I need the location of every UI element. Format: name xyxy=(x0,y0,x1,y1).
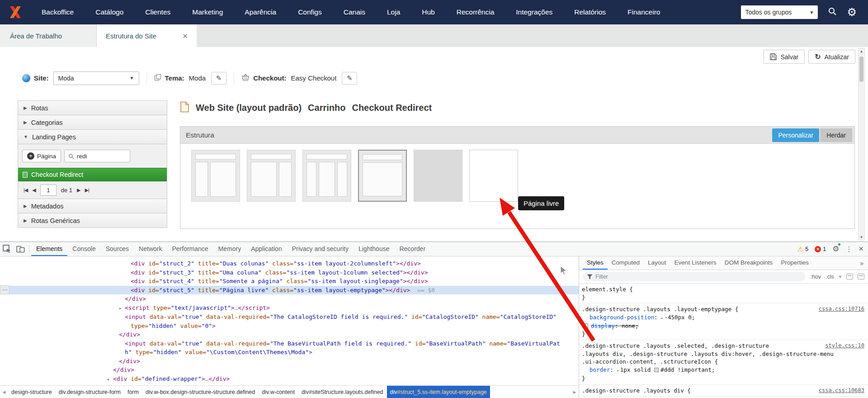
sidebar-section-metadados[interactable]: ▶Metadados xyxy=(18,199,167,213)
layout-thumbnail-somente-a-pagina[interactable] xyxy=(414,150,462,202)
list-item-checkout-redirect[interactable]: Checkout Redirect xyxy=(18,168,167,181)
layout-thumbnail-pagina-livre[interactable] xyxy=(469,150,518,202)
devtools-close-icon[interactable]: × xyxy=(859,244,863,254)
sidebar-section-categorias[interactable]: ▶Categorias xyxy=(18,115,167,130)
dom-tree-node[interactable]: type="hidden" value="0"> xyxy=(0,322,579,331)
stylesheet-link[interactable]: cssa.css:10683 xyxy=(819,387,864,395)
expand-arrow-icon[interactable]: ▸ xyxy=(661,316,663,320)
dom-tree-node[interactable]: <div id="struct_2" title="Duas colunas" … xyxy=(0,259,579,268)
add-page-button[interactable]: + Página xyxy=(22,150,61,162)
node-menu-icon[interactable]: ⋯ xyxy=(0,285,9,294)
search-icon[interactable] xyxy=(828,7,837,18)
edit-theme-button[interactable]: ✎ xyxy=(211,72,226,85)
nav-item-aparencia[interactable]: Aparência xyxy=(245,8,276,16)
stylesheet-link[interactable]: style.css:10 xyxy=(825,342,864,350)
first-page-button[interactable]: |◀ xyxy=(24,187,28,193)
layout-thumbnail-tres-colunas[interactable] xyxy=(302,150,351,202)
gear-icon[interactable]: ⚙ xyxy=(847,7,857,18)
devtools-tab-sources[interactable]: Sources xyxy=(101,242,134,256)
last-page-button[interactable]: ▶| xyxy=(85,187,89,193)
styles-tab-dom-breakpoints[interactable]: DOM Breakpoints xyxy=(721,256,777,270)
group-select[interactable]: Todos os grupos ▼ xyxy=(741,5,818,19)
stylesheet-link[interactable]: cssa.css:10716 xyxy=(819,305,864,313)
edit-checkout-button[interactable]: ✎ xyxy=(342,72,357,85)
property-checkbox[interactable] xyxy=(583,323,588,328)
device-toolbar-icon[interactable] xyxy=(14,242,27,256)
landing-page-search[interactable] xyxy=(64,150,130,162)
errors-badge[interactable]: ✕1 xyxy=(815,246,826,252)
devtools-settings-icon[interactable]: ⚙ xyxy=(832,244,839,254)
breadcrumb-item[interactable]: form xyxy=(124,386,142,398)
breadcrumb-item[interactable]: div.w-content xyxy=(259,386,298,398)
dom-tree-node[interactable]: <div id="struct_3" title="Uma coluna" cl… xyxy=(0,268,579,277)
scroll-down-icon[interactable]: ▼ xyxy=(860,235,863,239)
css-property[interactable]: display: none; xyxy=(582,322,865,330)
toggle-hover-state[interactable]: :hov xyxy=(810,274,821,280)
expand-arrow-icon[interactable]: ▸ xyxy=(119,304,125,313)
nav-item-catalogo[interactable]: Catálogo xyxy=(95,8,123,16)
close-icon[interactable]: × xyxy=(183,32,188,40)
styles-filter-input[interactable]: Filter xyxy=(583,272,806,281)
styles-tab-layout[interactable]: Layout xyxy=(644,256,670,270)
next-page-button[interactable]: ▶ xyxy=(77,187,80,193)
dom-tree-node[interactable]: <input data-val="true" data-val-required… xyxy=(0,339,579,348)
color-swatch[interactable] xyxy=(654,368,659,372)
grid-overlay-icon[interactable] xyxy=(846,274,853,280)
styles-tab-event-listeners[interactable]: Event Listeners xyxy=(670,256,721,270)
toggle-classes[interactable]: .cls xyxy=(826,274,834,280)
dom-tree-node[interactable]: <input name="__RequestVerificationToken"… xyxy=(0,384,579,385)
devtools-tab-memory[interactable]: Memory xyxy=(213,242,246,256)
warnings-badge[interactable]: ⚠5 xyxy=(797,245,808,253)
nav-item-backoffice[interactable]: Backoffice xyxy=(42,8,74,16)
more-options-icon[interactable]: ⋮ xyxy=(845,245,852,253)
css-property[interactable]: background-position: ▸-450px 0; xyxy=(582,313,865,322)
personalize-button[interactable]: Personalizar xyxy=(772,128,819,142)
landing-page-search-input[interactable] xyxy=(77,153,122,160)
save-button[interactable]: Salvar xyxy=(764,50,805,64)
css-property[interactable]: border: ▸1px solid #ddd !important; xyxy=(582,366,865,375)
devtools-tab-application[interactable]: Application xyxy=(246,242,287,256)
nav-item-configs[interactable]: Configs xyxy=(298,8,322,16)
breadcrumb-item[interactable]: div.design-structure-form xyxy=(56,386,124,398)
dom-tree-node[interactable]: <div id="struct_5" title="Página livre" … xyxy=(0,286,579,295)
layout-thumbnail-uma-coluna[interactable] xyxy=(358,150,407,202)
dom-tree-node[interactable]: ▸<script type="text/javascript">…</scrip… xyxy=(0,303,579,313)
inspect-element-icon[interactable] xyxy=(0,242,14,256)
scroll-up-icon[interactable]: ▲ xyxy=(860,49,863,53)
devtools-tab-lighthouse[interactable]: Lighthouse xyxy=(354,242,395,256)
styles-tab-computed[interactable]: Computed xyxy=(608,256,644,270)
crumbs-next-icon[interactable]: ▶ xyxy=(571,390,579,394)
page-number-input[interactable] xyxy=(40,185,57,196)
dom-tree-node[interactable]: ▸<div id="defined-wrapper">…</div> xyxy=(0,374,579,384)
inherit-button[interactable]: Herdar xyxy=(820,128,852,142)
nav-item-clientes[interactable]: Clientes xyxy=(145,8,170,16)
dom-tree-node[interactable]: <input data-val="true" data-val-required… xyxy=(0,313,579,322)
sidebar-section-landing-pages[interactable]: ▼Landing Pages xyxy=(18,129,167,144)
dom-tree-node[interactable]: </div> xyxy=(0,365,579,374)
nav-item-financeiro[interactable]: Financeiro xyxy=(627,8,660,16)
breadcrumb-item[interactable]: design-structure xyxy=(8,386,56,398)
breadcrumb-item[interactable]: div#struct_5.ss-item.layout-emptypage xyxy=(387,386,490,398)
layout-thumbnail-duas-colunas[interactable] xyxy=(247,150,296,202)
crumbs-prev-icon[interactable]: ◀ xyxy=(0,390,8,394)
nav-item-marketing[interactable]: Marketing xyxy=(192,8,223,16)
devtools-tab-performance[interactable]: Performance xyxy=(167,242,213,256)
dom-tree-node[interactable]: </div> xyxy=(0,330,579,339)
breadcrumb-item[interactable]: div#siteStructure.layouts.defined xyxy=(298,386,387,398)
prev-page-button[interactable]: ◀ xyxy=(32,187,35,193)
styles-tab-styles[interactable]: Styles xyxy=(583,256,608,270)
new-style-rule-button[interactable]: + xyxy=(839,274,842,280)
devtools-tab-privacy-and-security[interactable]: Privacy and security xyxy=(287,242,354,256)
expand-arrow-icon[interactable]: ▸ xyxy=(617,368,619,373)
page-scrollbar[interactable]: ▲ ▼ xyxy=(858,48,865,241)
styles-tab-properties[interactable]: Properties xyxy=(777,256,813,270)
devtools-tab-elements[interactable]: Elements xyxy=(31,242,67,256)
refresh-button[interactable]: ↻ Atualizar xyxy=(808,50,855,64)
scrollbar-thumb[interactable] xyxy=(859,57,863,82)
dom-tree-node[interactable]: </div> xyxy=(0,294,579,303)
app-logo[interactable] xyxy=(0,0,31,24)
tab-area-de-trabalho[interactable]: Área de Trabalho xyxy=(0,24,97,47)
dom-tree-node[interactable]: h" type="hidden" value="\Custom\Content\… xyxy=(0,348,579,357)
tab-overflow-chevron[interactable]: » xyxy=(855,260,868,267)
dom-tree-node[interactable]: </div> xyxy=(0,357,579,366)
